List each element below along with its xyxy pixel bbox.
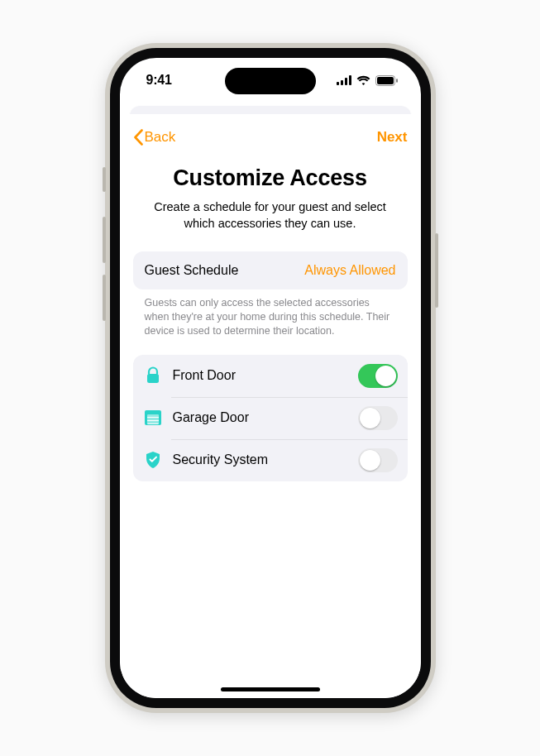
device-bezel: 9:41 Back: [110, 48, 431, 708]
svg-rect-3: [349, 75, 351, 85]
page-subtitle: Create a schedule for your guest and sel…: [142, 199, 399, 232]
guest-schedule-label: Guest Schedule: [145, 263, 239, 278]
cellular-icon: [337, 75, 351, 85]
back-label: Back: [145, 129, 176, 146]
accessory-toggle[interactable]: [358, 406, 398, 430]
accessory-row: Garage Door: [133, 397, 408, 439]
accessory-toggle[interactable]: [358, 364, 398, 388]
chevron-left-icon: [133, 129, 143, 146]
svg-rect-11: [147, 418, 159, 420]
home-indicator[interactable]: [221, 687, 320, 691]
next-button[interactable]: Next: [377, 129, 408, 146]
accessory-row: Front Door: [133, 355, 408, 397]
volume-down-button: [103, 275, 106, 321]
shield-icon: [143, 450, 163, 470]
page-title: Customize Access: [133, 165, 408, 191]
svg-rect-2: [345, 78, 347, 85]
sheet: Back Next Customize Access Create a sche…: [120, 114, 421, 698]
accessory-toggle[interactable]: [358, 448, 398, 472]
accessory-label: Security System: [173, 452, 358, 467]
status-icons: [337, 75, 398, 86]
nav-bar: Back Next: [133, 124, 408, 151]
guest-schedule-row[interactable]: Guest Schedule Always Allowed: [133, 251, 408, 289]
svg-rect-0: [337, 82, 339, 85]
accessory-label: Front Door: [173, 368, 358, 383]
back-button[interactable]: Back: [133, 129, 176, 146]
svg-rect-10: [147, 414, 159, 417]
screen: 9:41 Back: [120, 58, 421, 698]
guest-schedule-value: Always Allowed: [304, 263, 395, 278]
accessory-row: Security System: [133, 439, 408, 481]
svg-rect-5: [377, 77, 394, 84]
svg-rect-6: [396, 79, 398, 83]
svg-rect-12: [147, 421, 159, 423]
status-time: 9:41: [146, 73, 172, 88]
silence-switch: [103, 167, 106, 192]
wifi-icon: [356, 75, 370, 85]
iphone-device-frame: 9:41 Back: [105, 43, 436, 713]
guest-schedule-footnote: Guests can only access the selected acce…: [133, 296, 408, 338]
power-button: [435, 233, 438, 308]
dynamic-island: [225, 68, 316, 94]
svg-rect-7: [147, 374, 159, 383]
battery-icon: [375, 75, 398, 86]
garage-icon: [143, 408, 163, 428]
svg-rect-1: [341, 80, 343, 85]
volume-up-button: [103, 217, 106, 263]
lock-icon: [143, 366, 163, 385]
accessory-label: Garage Door: [173, 410, 358, 425]
accessory-list: Front DoorGarage DoorSecurity System: [133, 355, 408, 481]
